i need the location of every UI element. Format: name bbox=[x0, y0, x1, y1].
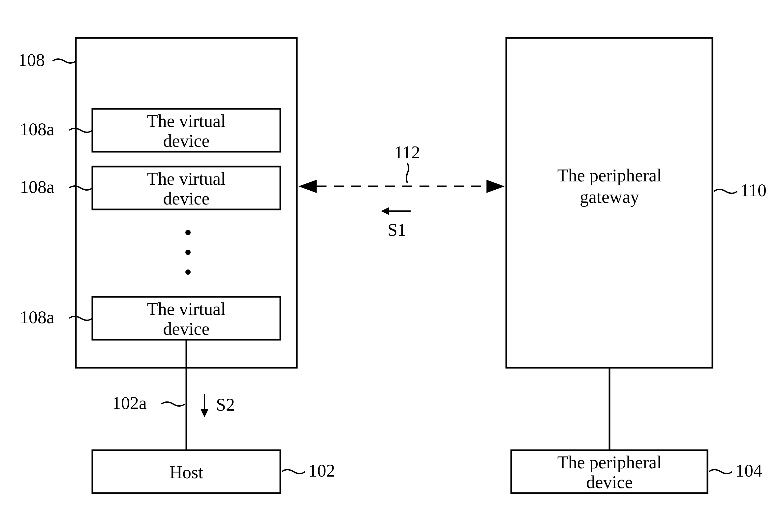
diagram-root: 108 The virtual device 108a The virtual … bbox=[0, 0, 780, 532]
label-108: 108 bbox=[18, 50, 45, 70]
virtual-device-2-line2: device bbox=[163, 189, 210, 208]
peripheral-gateway-line2: gateway bbox=[580, 187, 639, 207]
leader-102 bbox=[282, 470, 305, 474]
label-104: 104 bbox=[735, 461, 762, 481]
label-112: 112 bbox=[394, 143, 420, 162]
leader-110 bbox=[714, 189, 737, 193]
label-110: 110 bbox=[740, 181, 767, 200]
leader-108a-1 bbox=[69, 128, 92, 132]
label-108a-1: 108a bbox=[20, 119, 54, 139]
peripheral-device-line2: device bbox=[586, 472, 633, 492]
peripheral-gateway-line1: The peripheral bbox=[557, 165, 662, 185]
leader-112 bbox=[407, 163, 409, 183]
label-102: 102 bbox=[308, 461, 335, 481]
label-s2: S2 bbox=[216, 395, 235, 415]
label-108a-3: 108a bbox=[20, 307, 54, 327]
leader-102a bbox=[162, 402, 185, 406]
label-108a-2: 108a bbox=[20, 177, 54, 197]
leader-104 bbox=[709, 470, 732, 474]
arrow-s1-head bbox=[381, 207, 389, 215]
arrow-s2-head bbox=[200, 409, 208, 417]
leader-108a-3 bbox=[69, 316, 92, 320]
host-label: Host bbox=[169, 463, 203, 482]
dashed-link-right-head bbox=[486, 180, 504, 193]
label-102a: 102a bbox=[112, 393, 147, 413]
leader-108a-2 bbox=[69, 186, 92, 190]
virtual-device-3-line2: device bbox=[163, 319, 210, 339]
virtual-device-1-line1: The virtual bbox=[147, 111, 226, 131]
virtual-device-2-line1: The virtual bbox=[147, 169, 226, 189]
leader-108 bbox=[53, 59, 76, 63]
virtual-device-3-line1: The virtual bbox=[147, 299, 226, 319]
dashed-link-left-head bbox=[298, 180, 316, 193]
label-s1: S1 bbox=[388, 220, 406, 240]
ellipsis-dot bbox=[185, 270, 191, 275]
virtual-device-1-line2: device bbox=[163, 131, 210, 151]
ellipsis-dot bbox=[185, 230, 191, 235]
ellipsis-dot bbox=[185, 250, 191, 255]
peripheral-device-line1: The peripheral bbox=[557, 452, 662, 472]
